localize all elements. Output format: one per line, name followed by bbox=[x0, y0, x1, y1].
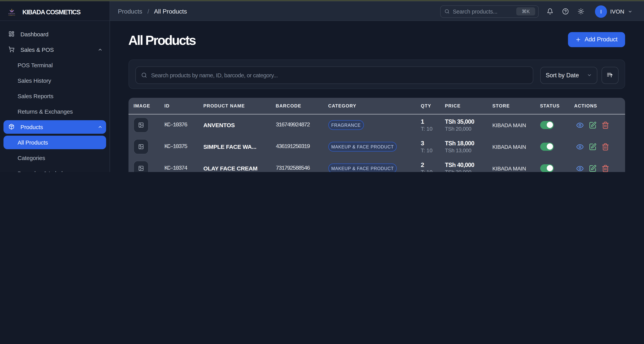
svg-text:COSMETICS: COSMETICS bbox=[8, 15, 15, 16]
svg-text:KIBADA: KIBADA bbox=[8, 13, 15, 15]
